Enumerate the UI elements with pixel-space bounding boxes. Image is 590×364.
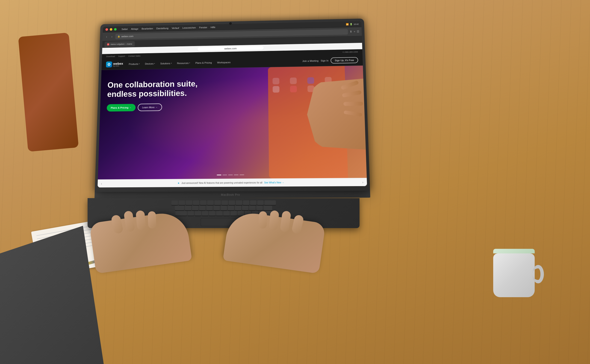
hero-headline: One collaboration suite, endless possibi… <box>107 79 198 99</box>
menu-lesezeichen[interactable]: Lesezeichen <box>182 26 196 29</box>
add-tab-button[interactable]: + <box>354 30 355 33</box>
nav-workspaces[interactable]: Workspaces <box>215 60 232 65</box>
left-hand <box>89 210 192 274</box>
url-text: webex.com <box>121 35 133 38</box>
nav-resources[interactable]: Resources ▾ <box>175 61 192 66</box>
typing-hands-area <box>92 203 323 267</box>
macbook-model-label: MacBook Pro <box>221 193 240 196</box>
macbook-bottom-bar: MacBook Pro <box>94 191 370 199</box>
left-finger-2 <box>124 211 135 232</box>
utility-right: +1 866-469-2269 <box>342 51 358 53</box>
safari-browser: Safari Ablage Bearbeiten Darstellung Ver… <box>98 21 367 188</box>
ssl-lock-icon: 🔒 <box>118 35 120 38</box>
announce-sparkle-icon: ✦ <box>177 182 180 185</box>
announce-next-button[interactable]: › <box>362 180 363 184</box>
close-button[interactable] <box>105 28 108 31</box>
hero-headline-line1: One collaboration suite, <box>107 79 198 90</box>
right-finger-4 <box>258 211 267 229</box>
chair-back <box>18 32 79 152</box>
webex-hero-section: One collaboration suite, endless possibi… <box>98 66 367 179</box>
announcement-text: Just announced! New AI features that are… <box>181 181 262 184</box>
webex-logo[interactable]: webex by cisco <box>106 61 123 67</box>
right-hand <box>223 210 326 274</box>
learn-more-button[interactable]: Learn More → <box>138 104 162 111</box>
devices-chevron-icon: ▾ <box>154 63 155 65</box>
macos-menu-bar: Safari Ablage Bearbeiten Darstellung Ver… <box>121 26 215 30</box>
see-whats-new-link[interactable]: See What's New → <box>264 181 284 184</box>
minimize-button[interactable] <box>110 28 112 31</box>
nav-solutions[interactable]: Solutions ▾ <box>158 61 174 66</box>
back-button[interactable]: ‹ <box>105 34 108 39</box>
utility-phone: +1 866-469-2269 <box>342 51 358 53</box>
join-meeting-link[interactable]: Join a Meeting <box>302 59 319 62</box>
tab-favicon-asana: A <box>107 43 110 46</box>
macos-system-icons: 📶 🔋 10:42 <box>346 23 359 25</box>
secondary-url[interactable]: webex.com <box>197 46 264 51</box>
scroll-dot-5[interactable] <box>240 174 244 175</box>
macbook-lid: Safari Ablage Bearbeiten Darstellung Ver… <box>95 19 370 192</box>
utility-support[interactable]: Support <box>118 55 125 57</box>
left-finger-3 <box>136 210 146 230</box>
announce-prev-button[interactable]: ‹ <box>101 182 102 185</box>
menu-verlauf[interactable]: Verlauf <box>172 27 179 29</box>
forward-button[interactable]: › <box>110 34 114 39</box>
right-finger-1 <box>291 214 304 234</box>
solutions-chevron-icon: ▾ <box>171 62 172 64</box>
signup-button[interactable]: Sign Up, It's Free <box>331 57 358 63</box>
scroll-dot-4[interactable] <box>234 175 239 175</box>
battery-icon: 🔋 <box>350 23 353 25</box>
cup-body <box>493 254 535 297</box>
nav-right-actions: Join a Meeting Sign In Sign Up, It's Fre… <box>302 57 358 64</box>
menu-darstellung[interactable]: Darstellung <box>156 27 169 29</box>
clock: 10:42 <box>354 23 359 25</box>
cup-top <box>493 249 535 254</box>
browser-tab-asana[interactable]: A Meine Aufgaben – Asana <box>105 41 135 47</box>
nav-plans-pricing[interactable]: Plans & Pricing <box>194 60 214 65</box>
wifi-icon: 📶 <box>346 23 349 25</box>
left-finger-1 <box>111 214 124 234</box>
hero-content: One collaboration suite, endless possibi… <box>107 79 198 111</box>
toolbar-right-icons: ⬆ + ☰ <box>350 30 360 33</box>
utility-download[interactable]: Download <box>106 55 115 58</box>
scroll-dot-1[interactable] <box>217 175 222 175</box>
menu-ablage[interactable]: Ablage <box>131 27 138 30</box>
utility-contact-sales[interactable]: Contact Sales <box>128 55 140 57</box>
finger-3 <box>343 102 363 106</box>
screen-bezel: Safari Ablage Bearbeiten Darstellung Ver… <box>98 21 367 188</box>
sign-in-link[interactable]: Sign In <box>321 59 328 62</box>
menu-safari[interactable]: Safari <box>121 28 128 30</box>
left-finger-4 <box>148 211 157 229</box>
sidebar-button[interactable]: ☰ <box>357 30 359 33</box>
right-finger-2 <box>280 211 291 232</box>
webex-website: Download Support Contact Sales +1 866-46… <box>98 49 367 188</box>
macbook-laptop: Safari Ablage Bearbeiten Darstellung Ver… <box>94 19 371 208</box>
webex-logo-icon <box>106 61 112 67</box>
nav-products[interactable]: Products ▾ <box>127 62 142 66</box>
scroll-dot-3[interactable] <box>228 175 233 175</box>
menu-bearbeiten[interactable]: Bearbeiten <box>142 27 153 30</box>
share-button[interactable]: ⬆ <box>350 30 352 33</box>
hero-buttons: Plans & Pricing → Learn More → <box>107 103 197 111</box>
nav-devices[interactable]: Devices ▾ <box>143 61 157 66</box>
right-finger-3 <box>269 210 279 230</box>
menu-hilfe[interactable]: Hilfe <box>211 26 216 28</box>
announcement-bar: ‹ ✦ Just announced! New AI features that… <box>98 178 367 188</box>
resources-chevron-icon: ▾ <box>189 62 190 64</box>
coffee-cup <box>493 249 539 299</box>
webex-logo-text: webex by cisco <box>113 62 123 67</box>
tab-title: Meine Aufgaben – Asana <box>111 43 132 46</box>
cup-handle <box>532 265 544 283</box>
by-cisco-text: by cisco <box>113 65 123 67</box>
plans-pricing-button[interactable]: Plans & Pricing → <box>107 104 136 111</box>
scroll-dot-2[interactable] <box>223 175 227 175</box>
menu-fenster[interactable]: Fenster <box>199 26 207 29</box>
products-chevron-icon: ▾ <box>139 63 140 65</box>
maximize-button[interactable] <box>114 28 117 30</box>
hero-headline-line2: endless possibilities. <box>107 88 197 99</box>
